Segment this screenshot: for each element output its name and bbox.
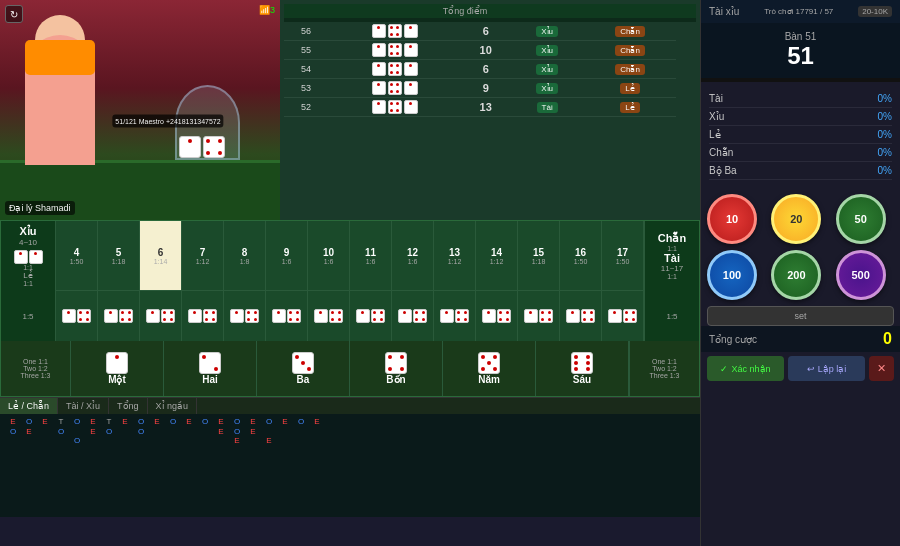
odds-panel: Tài 0% Xỉu 0% Lẻ 0% Chẵn 0% Bộ Ba 0% (701, 82, 900, 188)
sidebar-header: Tài xỉu Trò chơi 17791 / 57 20-10K (701, 0, 900, 23)
xiu-ratio: 1:1 (23, 264, 33, 271)
tai-label: Tài (664, 252, 680, 264)
close-button[interactable]: ✕ (869, 356, 894, 381)
bet-bottom-năm[interactable]: Năm (443, 341, 536, 396)
bet-num-5[interactable]: 51:18 (98, 221, 140, 290)
tai-range: 11~17 (661, 264, 683, 273)
dice-cell-0[interactable] (56, 291, 98, 341)
chan-label: Chẵn (658, 232, 686, 245)
xiu-label: Xỉu (19, 225, 36, 238)
score-tab-3[interactable]: Xỉ ngầu (148, 398, 198, 414)
chip-100[interactable]: 100 (707, 250, 757, 300)
chips-panel: 102050100200500 (701, 188, 900, 306)
bet-num-11[interactable]: 111:6 (350, 221, 392, 290)
score-tab-2[interactable]: Tổng (109, 398, 148, 414)
chip-50[interactable]: 50 (836, 194, 886, 244)
odds-boba-label: Bộ Ba (709, 165, 737, 176)
bet-bottom-bốn[interactable]: Bốn (350, 341, 443, 396)
bet-dice-side-right: 1:5 (644, 291, 699, 341)
score-tab-1[interactable]: Tài / Xỉu (58, 398, 109, 414)
history-panel: Tổng điểm 56 (280, 0, 700, 220)
redo-icon: ↩ (807, 364, 815, 374)
confirm-check-icon: ✓ (720, 364, 728, 374)
confirm-button[interactable]: ✓ Xác nhận (707, 356, 784, 381)
wifi-indicator: 📶3 (259, 5, 275, 15)
dealer-label: Đại lý Shamadi (5, 201, 75, 215)
set-button[interactable]: set (707, 306, 894, 326)
dice-cell-5[interactable] (266, 291, 308, 341)
ban-number: 51 (709, 42, 892, 70)
bet-num-6[interactable]: 61:14 (140, 221, 182, 290)
dice-cell-7[interactable] (350, 291, 392, 341)
total-bet-display: Tổng cược 0 (701, 326, 900, 352)
video-feed: ↻ 📶3 51/121 Maestro +2418131347572 Đại l… (0, 0, 280, 220)
bet-dice-side-left: 1:5 (1, 291, 56, 341)
redo-button[interactable]: ↩ Lập lại (788, 356, 865, 381)
tong-diem-label: Tổng điểm (319, 6, 611, 16)
refresh-button[interactable]: ↻ (5, 5, 23, 23)
odds-le-label: Lẻ (709, 129, 721, 140)
dice-cell-10[interactable] (476, 291, 518, 341)
bet-num-4[interactable]: 41:50 (56, 221, 98, 290)
le-ratio: 1:1 (23, 280, 33, 287)
dice-cell-2[interactable] (140, 291, 182, 341)
confirm-label: Xác nhận (731, 364, 770, 374)
bet-num-16[interactable]: 161:50 (560, 221, 602, 290)
score-history: Lẻ / ChẵnTài / XỉuTổngXỉ ngầu EOETOETEOE… (0, 397, 700, 517)
dice-cell-4[interactable] (224, 291, 266, 341)
ban-display: Bàn 51 51 (701, 23, 900, 78)
right-sidebar: Tài xỉu Trò chơi 17791 / 57 20-10K Bàn 5… (700, 0, 900, 546)
odds-chan-label: Chẵn (709, 147, 733, 158)
chip-200[interactable]: 200 (771, 250, 821, 300)
bet-num-8[interactable]: 81:8 (224, 221, 266, 290)
sidebar-title: Tài xỉu (709, 6, 739, 17)
chip-500[interactable]: 500 (836, 250, 886, 300)
bet-bottom-một[interactable]: Một (71, 341, 164, 396)
bet-xiu-area[interactable]: Xỉu 4~10 1:1 Lẻ 1:1 (1, 221, 56, 291)
odds-tai-val: 0% (878, 93, 892, 104)
bet-num-14[interactable]: 141:12 (476, 221, 518, 290)
score-tab-0[interactable]: Lẻ / Chẵn (0, 398, 58, 414)
bet-num-9[interactable]: 91:6 (266, 221, 308, 290)
bet-bottom-ba[interactable]: Ba (257, 341, 350, 396)
dice-cell-11[interactable] (518, 291, 560, 341)
bet-num-10[interactable]: 101:6 (308, 221, 350, 290)
le-label: Lẻ (23, 271, 32, 280)
dice-cell-6[interactable] (308, 291, 350, 341)
video-info: 51/121 Maestro +2418131347572 (112, 115, 223, 128)
bet-num-13[interactable]: 131:12 (434, 221, 476, 290)
xiu-range: 4~10 (19, 238, 37, 247)
dice-cell-12[interactable] (560, 291, 602, 341)
bet-num-15[interactable]: 151:18 (518, 221, 560, 290)
history-table: 56 6 Xỉu Chẵn 55 10 Xỉu Chẵn 54 (284, 18, 696, 117)
odds-tai-label: Tài (709, 93, 723, 104)
odds-boba-val: 0% (878, 165, 892, 176)
betting-grid: Xỉu 4~10 1:1 Lẻ 1:1 41:5051:1861:1471:12… (0, 220, 700, 397)
bet-num-17[interactable]: 171:50 (602, 221, 644, 290)
chan-ratio: 1:1 (667, 245, 677, 252)
bet-num-12[interactable]: 121:6 (392, 221, 434, 290)
bet-range: 20-10K (858, 6, 892, 17)
chip-20[interactable]: 20 (771, 194, 821, 244)
total-bet-value: 0 (883, 330, 892, 348)
bet-chan-tai-area[interactable]: Chẵn 1:1 Tài 11~17 1:1 (644, 221, 699, 291)
odds-xiu-label: Xỉu (709, 111, 724, 122)
ban-label: Bàn 51 (709, 31, 892, 42)
bet-num-7[interactable]: 71:12 (182, 221, 224, 290)
bet-bottom-sáu[interactable]: Sáu (536, 341, 629, 396)
chip-10[interactable]: 10 (707, 194, 757, 244)
one-ratio-right: One 1:1 (652, 358, 677, 365)
total-bet-label: Tổng cược (709, 334, 757, 345)
odds-le-val: 0% (878, 129, 892, 140)
redo-label: Lập lại (818, 364, 847, 374)
bet-bottom-row: One 1:1 Two 1:2 Three 1:3 MộtHaiBaBốnNăm… (1, 341, 699, 396)
dice-cell-8[interactable] (392, 291, 434, 341)
game-count: Trò chơi 17791 / 57 (764, 7, 833, 16)
action-buttons: ✓ Xác nhận ↩ Lập lại ✕ (701, 352, 900, 385)
bet-bottom-hai[interactable]: Hai (164, 341, 257, 396)
dice-cell-9[interactable] (434, 291, 476, 341)
dice-cell-1[interactable] (98, 291, 140, 341)
tai-ratio: 1:1 (667, 273, 677, 280)
dice-cell-13[interactable] (602, 291, 644, 341)
dice-cell-3[interactable] (182, 291, 224, 341)
